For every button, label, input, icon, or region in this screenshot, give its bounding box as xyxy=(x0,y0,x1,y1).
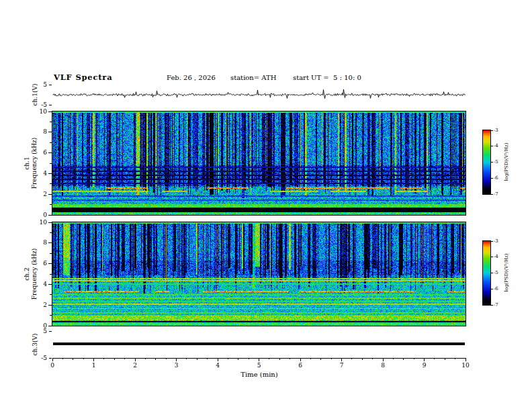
colorbar-tick-label: -3 xyxy=(494,239,504,244)
y-tick xyxy=(49,105,52,105)
x-minor-tick xyxy=(155,358,156,360)
colorbar-tick xyxy=(491,241,493,242)
panel-ch2-spectrogram xyxy=(52,222,466,326)
colorbar-2 xyxy=(482,240,491,306)
y-tick-label: -5 xyxy=(30,355,47,361)
ch1-spectrogram-canvas xyxy=(52,111,466,215)
panel-ch1-waveform xyxy=(52,85,466,105)
x-tick xyxy=(218,358,218,361)
x-minor-tick xyxy=(351,358,352,359)
start-ut-label: start UT = 5 : 10: 0 xyxy=(293,74,361,81)
colorbar-tick-label: -7 xyxy=(494,303,504,308)
colorbar-tick xyxy=(491,146,493,146)
y-tick-label: 6 xyxy=(30,261,47,267)
x-minor-tick xyxy=(145,358,146,359)
x-tick xyxy=(300,358,301,361)
y-axis-label-ch1-channel-line: ch.1 xyxy=(24,138,31,189)
vlf-spectra-figure: VLF Spectra Feb. 26 , 2026 station= ATH … xyxy=(0,0,532,411)
x-tick xyxy=(93,358,94,361)
y-tick xyxy=(48,194,52,195)
y-tick xyxy=(49,358,52,359)
x-minor-tick xyxy=(114,358,115,360)
x-minor-tick xyxy=(455,358,455,359)
colorbar-tick-label: -3 xyxy=(494,128,504,133)
y-tick xyxy=(48,222,52,223)
date-label: Feb. 26 , 2026 xyxy=(167,74,216,81)
colorbar-tick xyxy=(491,273,493,273)
panel-ch3-waveform xyxy=(52,331,466,358)
y-axis-label-ch1-frequency-line: Frequency (kHz) xyxy=(31,138,38,189)
x-minor-tick xyxy=(403,358,404,360)
y-tick xyxy=(49,331,52,332)
x-minor-tick xyxy=(320,358,321,360)
y-axis-label-ch2-frequency-line: Frequency (kHz) xyxy=(31,248,38,300)
x-tick xyxy=(341,358,342,361)
y-tick xyxy=(48,132,52,132)
colorbar-tick xyxy=(491,257,493,257)
y-tick-label: 6 xyxy=(30,150,47,156)
x-tick-label: 4 xyxy=(211,363,224,369)
x-minor-tick xyxy=(186,358,187,359)
y-tick-label: 8 xyxy=(30,129,47,135)
colorbar-tick-label: -6 xyxy=(494,287,504,291)
x-minor-tick xyxy=(124,358,125,359)
y-minor-tick xyxy=(50,232,52,233)
y-tick xyxy=(49,85,52,85)
y-tick xyxy=(48,242,52,243)
x-minor-tick xyxy=(62,358,63,359)
y-tick xyxy=(48,173,52,174)
x-tick-label: 7 xyxy=(335,363,349,369)
time-axis-label: Time (min) xyxy=(232,371,286,378)
x-tick xyxy=(259,358,259,361)
colorbar-tick-label: -4 xyxy=(494,144,504,148)
colorbar-tick-label: -4 xyxy=(494,255,504,259)
colorbar-tick xyxy=(491,289,493,289)
colorbar-tick xyxy=(491,130,493,131)
y-tick xyxy=(48,263,52,264)
y-minor-tick xyxy=(50,253,52,254)
x-tick-label: 9 xyxy=(418,363,431,369)
colorbar-tick-label: -7 xyxy=(494,192,504,197)
y-tick xyxy=(48,152,52,153)
y-minor-tick xyxy=(50,142,52,143)
colorbar-tick-label: -6 xyxy=(494,176,504,181)
colorbar-tick xyxy=(491,305,493,306)
y-tick-label: 0 xyxy=(30,212,47,218)
x-minor-tick xyxy=(73,358,73,360)
y-tick xyxy=(48,111,52,112)
colorbar-1 xyxy=(482,130,491,195)
x-tick-label: 6 xyxy=(294,363,307,369)
y-axis-label-ch1-frequency: ch.1 Frequency (kHz) xyxy=(24,138,38,189)
x-tick xyxy=(424,358,425,361)
panel-ch1-spectrogram xyxy=(52,111,466,216)
y-minor-tick xyxy=(50,315,52,316)
x-minor-tick xyxy=(290,358,290,359)
y-axis-label-ch2-frequency: ch.2 Frequency (kHz) xyxy=(24,248,38,300)
x-tick-label: 8 xyxy=(376,363,390,369)
x-minor-tick xyxy=(310,358,311,359)
y-tick-label: 5 xyxy=(30,328,47,334)
y-tick-label: 4 xyxy=(30,171,47,177)
x-tick xyxy=(466,358,466,361)
y-minor-tick xyxy=(50,294,52,295)
x-minor-tick xyxy=(434,358,435,359)
y-minor-tick xyxy=(50,163,52,164)
y-minor-tick xyxy=(50,274,52,275)
x-tick xyxy=(52,358,53,361)
y-tick xyxy=(48,284,52,285)
colorbar-1-gradient xyxy=(483,130,490,194)
colorbar-2-gradient xyxy=(483,241,490,305)
y-minor-tick xyxy=(50,183,52,184)
x-minor-tick xyxy=(238,358,238,360)
y-minor-tick xyxy=(50,122,52,122)
x-minor-tick xyxy=(228,358,228,359)
colorbar-tick-label: -5 xyxy=(494,160,504,165)
y-tick xyxy=(48,215,52,216)
x-tick-label: 1 xyxy=(87,363,101,369)
colorbar-tick-label: -5 xyxy=(494,271,504,275)
y-tick-label: 4 xyxy=(30,281,47,287)
colorbar-tick xyxy=(491,162,493,163)
x-tick-label: 2 xyxy=(128,363,142,369)
x-minor-tick xyxy=(83,358,84,359)
y-axis-label-ch3: ch.3(V) xyxy=(32,334,39,356)
